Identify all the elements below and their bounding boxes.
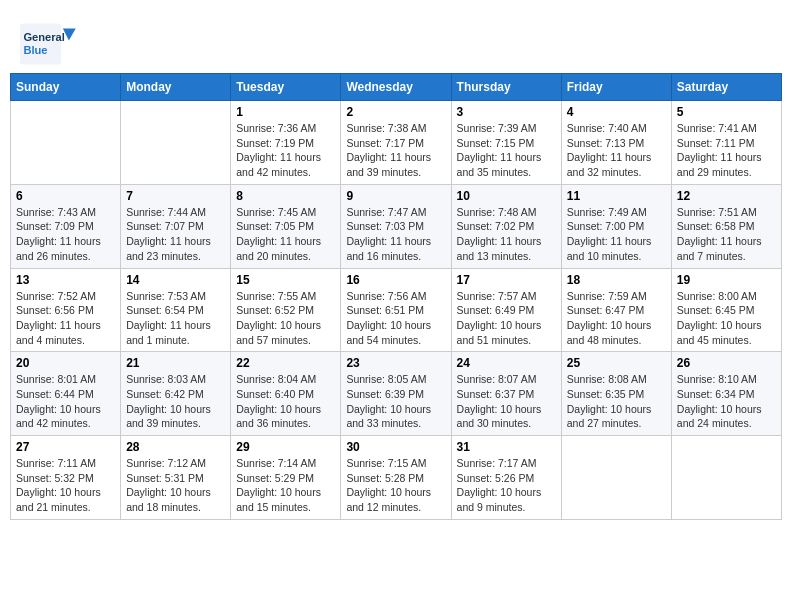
day-number: 5 bbox=[677, 105, 776, 119]
day-info: Sunrise: 7:51 AM Sunset: 6:58 PM Dayligh… bbox=[677, 205, 776, 264]
calendar-cell: 7Sunrise: 7:44 AM Sunset: 7:07 PM Daylig… bbox=[121, 184, 231, 268]
day-number: 15 bbox=[236, 273, 335, 287]
calendar-cell: 18Sunrise: 7:59 AM Sunset: 6:47 PM Dayli… bbox=[561, 268, 671, 352]
weekday-header-thursday: Thursday bbox=[451, 74, 561, 101]
day-number: 24 bbox=[457, 356, 556, 370]
day-number: 1 bbox=[236, 105, 335, 119]
weekday-header-wednesday: Wednesday bbox=[341, 74, 451, 101]
calendar-cell: 19Sunrise: 8:00 AM Sunset: 6:45 PM Dayli… bbox=[671, 268, 781, 352]
calendar-week-row: 1Sunrise: 7:36 AM Sunset: 7:19 PM Daylig… bbox=[11, 101, 782, 185]
day-info: Sunrise: 7:57 AM Sunset: 6:49 PM Dayligh… bbox=[457, 289, 556, 348]
day-number: 4 bbox=[567, 105, 666, 119]
day-info: Sunrise: 7:59 AM Sunset: 6:47 PM Dayligh… bbox=[567, 289, 666, 348]
day-info: Sunrise: 7:45 AM Sunset: 7:05 PM Dayligh… bbox=[236, 205, 335, 264]
day-info: Sunrise: 8:10 AM Sunset: 6:34 PM Dayligh… bbox=[677, 372, 776, 431]
calendar-cell: 22Sunrise: 8:04 AM Sunset: 6:40 PM Dayli… bbox=[231, 352, 341, 436]
day-info: Sunrise: 7:48 AM Sunset: 7:02 PM Dayligh… bbox=[457, 205, 556, 264]
svg-text:Blue: Blue bbox=[23, 44, 47, 56]
calendar-cell: 27Sunrise: 7:11 AM Sunset: 5:32 PM Dayli… bbox=[11, 436, 121, 520]
day-number: 25 bbox=[567, 356, 666, 370]
day-info: Sunrise: 7:11 AM Sunset: 5:32 PM Dayligh… bbox=[16, 456, 115, 515]
day-info: Sunrise: 8:08 AM Sunset: 6:35 PM Dayligh… bbox=[567, 372, 666, 431]
day-number: 31 bbox=[457, 440, 556, 454]
calendar-cell: 17Sunrise: 7:57 AM Sunset: 6:49 PM Dayli… bbox=[451, 268, 561, 352]
day-number: 29 bbox=[236, 440, 335, 454]
day-number: 26 bbox=[677, 356, 776, 370]
calendar-cell: 26Sunrise: 8:10 AM Sunset: 6:34 PM Dayli… bbox=[671, 352, 781, 436]
calendar-cell: 23Sunrise: 8:05 AM Sunset: 6:39 PM Dayli… bbox=[341, 352, 451, 436]
calendar-cell: 1Sunrise: 7:36 AM Sunset: 7:19 PM Daylig… bbox=[231, 101, 341, 185]
calendar-cell: 29Sunrise: 7:14 AM Sunset: 5:29 PM Dayli… bbox=[231, 436, 341, 520]
day-number: 28 bbox=[126, 440, 225, 454]
calendar-cell: 5Sunrise: 7:41 AM Sunset: 7:11 PM Daylig… bbox=[671, 101, 781, 185]
calendar-cell: 6Sunrise: 7:43 AM Sunset: 7:09 PM Daylig… bbox=[11, 184, 121, 268]
calendar-cell: 25Sunrise: 8:08 AM Sunset: 6:35 PM Dayli… bbox=[561, 352, 671, 436]
day-info: Sunrise: 8:01 AM Sunset: 6:44 PM Dayligh… bbox=[16, 372, 115, 431]
calendar-cell bbox=[121, 101, 231, 185]
day-info: Sunrise: 7:12 AM Sunset: 5:31 PM Dayligh… bbox=[126, 456, 225, 515]
calendar-cell: 20Sunrise: 8:01 AM Sunset: 6:44 PM Dayli… bbox=[11, 352, 121, 436]
day-info: Sunrise: 7:56 AM Sunset: 6:51 PM Dayligh… bbox=[346, 289, 445, 348]
day-number: 23 bbox=[346, 356, 445, 370]
day-info: Sunrise: 7:39 AM Sunset: 7:15 PM Dayligh… bbox=[457, 121, 556, 180]
weekday-header-friday: Friday bbox=[561, 74, 671, 101]
day-number: 30 bbox=[346, 440, 445, 454]
calendar-cell: 3Sunrise: 7:39 AM Sunset: 7:15 PM Daylig… bbox=[451, 101, 561, 185]
calendar-cell bbox=[11, 101, 121, 185]
day-number: 12 bbox=[677, 189, 776, 203]
day-info: Sunrise: 7:53 AM Sunset: 6:54 PM Dayligh… bbox=[126, 289, 225, 348]
day-info: Sunrise: 8:03 AM Sunset: 6:42 PM Dayligh… bbox=[126, 372, 225, 431]
calendar-cell: 16Sunrise: 7:56 AM Sunset: 6:51 PM Dayli… bbox=[341, 268, 451, 352]
day-info: Sunrise: 7:49 AM Sunset: 7:00 PM Dayligh… bbox=[567, 205, 666, 264]
day-info: Sunrise: 7:41 AM Sunset: 7:11 PM Dayligh… bbox=[677, 121, 776, 180]
calendar-cell: 8Sunrise: 7:45 AM Sunset: 7:05 PM Daylig… bbox=[231, 184, 341, 268]
day-info: Sunrise: 8:04 AM Sunset: 6:40 PM Dayligh… bbox=[236, 372, 335, 431]
day-number: 21 bbox=[126, 356, 225, 370]
calendar-cell: 21Sunrise: 8:03 AM Sunset: 6:42 PM Dayli… bbox=[121, 352, 231, 436]
calendar-cell: 31Sunrise: 7:17 AM Sunset: 5:26 PM Dayli… bbox=[451, 436, 561, 520]
day-info: Sunrise: 7:40 AM Sunset: 7:13 PM Dayligh… bbox=[567, 121, 666, 180]
calendar-cell: 11Sunrise: 7:49 AM Sunset: 7:00 PM Dayli… bbox=[561, 184, 671, 268]
calendar-week-row: 13Sunrise: 7:52 AM Sunset: 6:56 PM Dayli… bbox=[11, 268, 782, 352]
day-info: Sunrise: 7:15 AM Sunset: 5:28 PM Dayligh… bbox=[346, 456, 445, 515]
day-info: Sunrise: 7:36 AM Sunset: 7:19 PM Dayligh… bbox=[236, 121, 335, 180]
calendar-cell: 2Sunrise: 7:38 AM Sunset: 7:17 PM Daylig… bbox=[341, 101, 451, 185]
day-number: 2 bbox=[346, 105, 445, 119]
svg-text:General: General bbox=[23, 31, 64, 43]
header: General Blue bbox=[10, 10, 782, 73]
day-number: 8 bbox=[236, 189, 335, 203]
calendar-week-row: 6Sunrise: 7:43 AM Sunset: 7:09 PM Daylig… bbox=[11, 184, 782, 268]
day-info: Sunrise: 7:52 AM Sunset: 6:56 PM Dayligh… bbox=[16, 289, 115, 348]
day-number: 27 bbox=[16, 440, 115, 454]
calendar-cell: 9Sunrise: 7:47 AM Sunset: 7:03 PM Daylig… bbox=[341, 184, 451, 268]
day-number: 10 bbox=[457, 189, 556, 203]
day-info: Sunrise: 7:47 AM Sunset: 7:03 PM Dayligh… bbox=[346, 205, 445, 264]
calendar-cell: 10Sunrise: 7:48 AM Sunset: 7:02 PM Dayli… bbox=[451, 184, 561, 268]
day-number: 22 bbox=[236, 356, 335, 370]
logo: General Blue bbox=[20, 20, 80, 68]
calendar-cell: 28Sunrise: 7:12 AM Sunset: 5:31 PM Dayli… bbox=[121, 436, 231, 520]
calendar-cell bbox=[561, 436, 671, 520]
day-number: 11 bbox=[567, 189, 666, 203]
calendar-cell: 24Sunrise: 8:07 AM Sunset: 6:37 PM Dayli… bbox=[451, 352, 561, 436]
day-info: Sunrise: 7:44 AM Sunset: 7:07 PM Dayligh… bbox=[126, 205, 225, 264]
day-number: 3 bbox=[457, 105, 556, 119]
day-number: 7 bbox=[126, 189, 225, 203]
calendar-cell: 30Sunrise: 7:15 AM Sunset: 5:28 PM Dayli… bbox=[341, 436, 451, 520]
day-number: 16 bbox=[346, 273, 445, 287]
calendar-table: SundayMondayTuesdayWednesdayThursdayFrid… bbox=[10, 73, 782, 520]
calendar-cell: 15Sunrise: 7:55 AM Sunset: 6:52 PM Dayli… bbox=[231, 268, 341, 352]
day-info: Sunrise: 7:17 AM Sunset: 5:26 PM Dayligh… bbox=[457, 456, 556, 515]
weekday-header-tuesday: Tuesday bbox=[231, 74, 341, 101]
day-number: 6 bbox=[16, 189, 115, 203]
day-info: Sunrise: 8:00 AM Sunset: 6:45 PM Dayligh… bbox=[677, 289, 776, 348]
day-info: Sunrise: 8:07 AM Sunset: 6:37 PM Dayligh… bbox=[457, 372, 556, 431]
calendar-cell: 13Sunrise: 7:52 AM Sunset: 6:56 PM Dayli… bbox=[11, 268, 121, 352]
weekday-header-saturday: Saturday bbox=[671, 74, 781, 101]
calendar-cell bbox=[671, 436, 781, 520]
weekday-header-sunday: Sunday bbox=[11, 74, 121, 101]
day-number: 20 bbox=[16, 356, 115, 370]
calendar-cell: 4Sunrise: 7:40 AM Sunset: 7:13 PM Daylig… bbox=[561, 101, 671, 185]
day-info: Sunrise: 7:55 AM Sunset: 6:52 PM Dayligh… bbox=[236, 289, 335, 348]
day-info: Sunrise: 8:05 AM Sunset: 6:39 PM Dayligh… bbox=[346, 372, 445, 431]
